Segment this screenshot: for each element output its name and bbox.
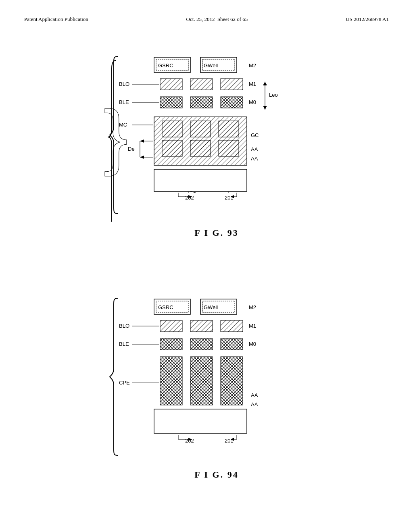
svg-text:De: De <box>128 146 135 152</box>
svg-rect-39 <box>190 140 211 156</box>
svg-rect-14 <box>190 79 213 90</box>
svg-text:M0: M0 <box>249 99 256 105</box>
svg-marker-42 <box>140 139 144 143</box>
svg-rect-37 <box>219 121 239 137</box>
page: Patent Application Publication Oct. 25, … <box>0 0 413 532</box>
fig94-label: F I G. 94 <box>194 470 238 480</box>
svg-marker-29 <box>263 106 267 110</box>
svg-text:BLO: BLO <box>119 81 129 87</box>
svg-rect-72 <box>160 320 182 332</box>
svg-text:GSRC: GSRC <box>158 304 173 310</box>
figure-93: } GSRC GWell M2 BLO <box>60 48 373 238</box>
svg-text:M1: M1 <box>249 323 256 329</box>
fig94-diagram: GSRC GWell M2 BLO M1 BLE M0 <box>92 290 342 463</box>
svg-rect-36 <box>190 121 211 137</box>
page-header: Patent Application Publication Oct. 25, … <box>24 16 389 23</box>
svg-rect-19 <box>160 97 182 108</box>
fig93-label: F I G. 93 <box>194 228 238 238</box>
svg-rect-86 <box>221 357 243 405</box>
svg-rect-15 <box>221 79 243 90</box>
svg-text:201: 201 <box>225 195 234 201</box>
svg-text:BLE: BLE <box>119 341 129 347</box>
svg-rect-73 <box>190 320 213 332</box>
svg-text:}: } <box>104 96 128 177</box>
svg-rect-79 <box>190 339 213 350</box>
svg-text:M1: M1 <box>249 81 256 87</box>
svg-rect-38 <box>162 140 182 156</box>
svg-text:M2: M2 <box>249 304 256 310</box>
svg-text:GWell: GWell <box>204 304 218 310</box>
svg-rect-21 <box>221 97 243 108</box>
svg-text:GSRC: GSRC <box>158 62 173 69</box>
header-left: Patent Application Publication <box>24 16 88 23</box>
svg-rect-74 <box>221 320 243 332</box>
svg-rect-35 <box>162 121 182 137</box>
svg-text:BLE: BLE <box>119 99 129 105</box>
svg-text:M0: M0 <box>249 341 256 347</box>
svg-rect-13 <box>160 79 182 90</box>
svg-text:AA: AA <box>251 146 258 152</box>
fig93-diagram: } GSRC GWell M2 BLO <box>92 48 342 222</box>
svg-text:BLO: BLO <box>119 323 129 329</box>
figure-94: GSRC GWell M2 BLO M1 BLE M0 <box>60 290 373 480</box>
svg-text:201: 201 <box>225 438 234 444</box>
svg-rect-85 <box>190 357 213 405</box>
svg-rect-80 <box>221 339 243 350</box>
svg-text:AA: AA <box>251 156 258 162</box>
svg-rect-20 <box>190 97 213 108</box>
svg-rect-78 <box>160 339 182 350</box>
svg-rect-49 <box>154 169 247 191</box>
svg-text:AA: AA <box>251 392 258 398</box>
header-center-date: Oct. 25, 2012 Sheet 62 of 65 <box>186 16 248 23</box>
svg-text:AA: AA <box>251 401 258 407</box>
svg-marker-28 <box>263 81 267 85</box>
svg-text:M2: M2 <box>249 62 256 69</box>
svg-rect-84 <box>160 357 182 405</box>
svg-text:GWell: GWell <box>204 62 218 69</box>
svg-text:GC: GC <box>251 132 259 138</box>
header-right: US 2012/268978 A1 <box>346 16 389 23</box>
svg-text:MC: MC <box>119 122 127 128</box>
svg-rect-91 <box>154 409 247 433</box>
svg-text:Leo: Leo <box>269 92 278 98</box>
svg-text:CPE: CPE <box>119 380 130 386</box>
svg-rect-40 <box>219 140 239 156</box>
